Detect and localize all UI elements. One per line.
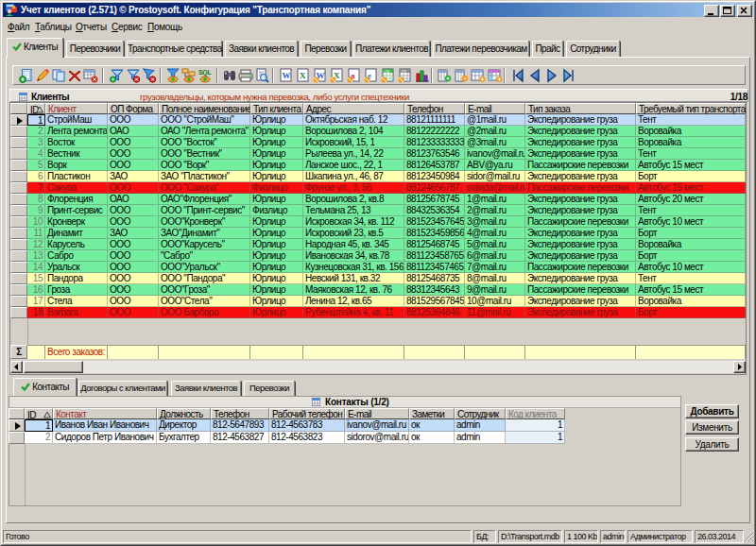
svg-text:W: W [283, 71, 291, 80]
svg-text:SQL: SQL [198, 69, 213, 77]
svg-text:X: X [300, 71, 306, 80]
svg-text:CSV: CSV [384, 70, 390, 74]
